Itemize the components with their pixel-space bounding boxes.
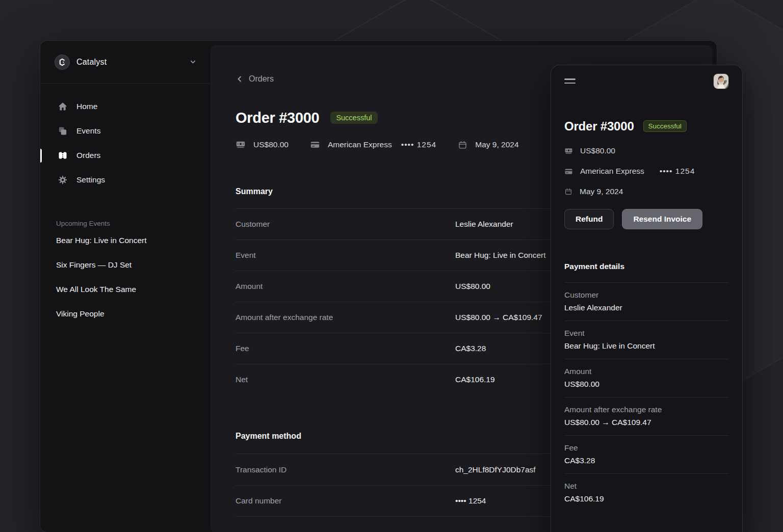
catalyst-logo-icon <box>55 55 70 70</box>
upcoming-events-section: Upcoming Events Bear Hug: Live in Concer… <box>40 220 210 326</box>
list-item: Amount after exchange rate US$80.00 → CA… <box>564 397 729 436</box>
card-last4: •••• 1254 <box>401 140 437 149</box>
detail-value: CA$106.19 <box>564 494 729 503</box>
phone-status-badge: Successful <box>643 120 687 132</box>
detail-label: Amount <box>564 367 729 376</box>
phone-card-brand: American Express <box>580 167 644 176</box>
phone-order-date: May 9, 2024 <box>564 185 729 198</box>
home-icon <box>58 101 68 112</box>
banknotes-icon <box>564 147 573 155</box>
row-label: Amount <box>236 282 263 291</box>
detail-label: Amount after exchange rate <box>564 405 729 414</box>
row-value: Leslie Alexander <box>455 220 513 229</box>
credit-card-icon <box>310 140 320 150</box>
row-label: Event <box>236 251 256 260</box>
breadcrumb-back-orders[interactable]: Orders <box>236 74 274 84</box>
card-brand: American Express <box>328 140 392 149</box>
phone-order-meta: US$80.00 American Express •••• 1254 <box>564 145 729 198</box>
sidebar-event-link[interactable]: Bear Hug: Live in Concert <box>56 228 200 253</box>
row-label: Net <box>236 375 248 384</box>
row-label: Transaction ID <box>236 465 286 474</box>
phone-date-value: May 9, 2024 <box>580 187 623 196</box>
row-label: Amount after exchange rate <box>236 313 333 322</box>
gear-icon <box>58 175 68 185</box>
list-item: Fee CA$3.28 <box>564 436 729 474</box>
user-avatar[interactable] <box>713 73 729 89</box>
list-item: Event Bear Hug: Live in Concert <box>564 321 729 359</box>
row-value: •••• 1254 <box>455 496 486 506</box>
ticket-icon <box>58 150 68 161</box>
square-stack-icon <box>58 126 68 136</box>
detail-value: CA$3.28 <box>564 456 729 465</box>
resend-invoice-button[interactable]: Resend Invoice <box>622 209 702 229</box>
row-value: US$80.00 → CA$109.47 <box>455 313 542 322</box>
chevron-left-icon <box>236 75 244 83</box>
order-amount-value: US$80.00 <box>253 140 289 149</box>
sidebar-item-label: Home <box>76 102 97 111</box>
row-label: Customer <box>236 220 270 229</box>
calendar-icon <box>564 188 572 196</box>
chevron-down-icon <box>189 58 197 66</box>
phone-order-amount: US$80.00 <box>564 145 729 157</box>
list-item: Amount US$80.00 <box>564 359 729 397</box>
sidebar: Catalyst Home Events <box>40 41 210 532</box>
row-label: Fee <box>236 344 249 353</box>
order-amount: US$80.00 <box>236 140 289 150</box>
order-date: May 9, 2024 <box>458 140 518 150</box>
refund-button[interactable]: Refund <box>564 209 614 229</box>
list-item: Net CA$106.19 <box>564 474 729 512</box>
phone-card-last4: •••• 1254 <box>660 167 695 176</box>
sidebar-event-link[interactable]: We All Look The Same <box>56 277 200 302</box>
workspace-switcher[interactable]: Catalyst <box>40 41 210 84</box>
order-date-value: May 9, 2024 <box>475 140 518 149</box>
sidebar-item-label: Settings <box>76 175 105 184</box>
order-card: American Express •••• 1254 <box>310 140 436 150</box>
detail-value: Bear Hug: Live in Concert <box>564 341 729 351</box>
row-value: US$80.00 <box>455 282 490 291</box>
row-value: CA$106.19 <box>455 375 495 384</box>
detail-value: US$80.00 <box>564 380 729 389</box>
list-item: Customer Leslie Alexander <box>564 283 729 321</box>
credit-card-icon <box>564 167 573 176</box>
upcoming-events-heading: Upcoming Events <box>56 220 200 227</box>
sidebar-nav: Home Events <box>40 84 210 190</box>
sidebar-item-label: Orders <box>76 151 100 160</box>
sidebar-item-label: Events <box>76 126 100 136</box>
detail-label: Customer <box>564 290 729 300</box>
phone-amount-value: US$80.00 <box>580 146 615 155</box>
detail-value: Leslie Alexander <box>564 303 729 312</box>
payment-details-list: Customer Leslie Alexander Event Bear Hug… <box>564 282 729 512</box>
detail-label: Net <box>564 482 729 491</box>
sidebar-event-link[interactable]: Viking People <box>56 302 200 326</box>
page-title: Order #3000 <box>236 109 319 126</box>
phone-order-card: American Express •••• 1254 <box>564 165 729 177</box>
status-badge: Successful <box>330 112 377 124</box>
phone-order-title: Order #3000 <box>564 119 634 134</box>
workspace-name: Catalyst <box>76 58 107 67</box>
breadcrumb-label: Orders <box>249 74 274 84</box>
row-value: ch_2HLf8DfYJ0Db7asf <box>455 465 536 474</box>
sidebar-item-orders[interactable]: Orders <box>50 146 202 165</box>
row-label: Card number <box>236 496 281 506</box>
payment-details-heading: Payment details <box>564 262 729 271</box>
mobile-preview-panel: Order #3000 Successful US$80.00 <box>551 65 743 532</box>
row-value: Bear Hug: Live in Concert <box>455 251 545 260</box>
banknotes-icon <box>236 140 246 150</box>
sidebar-event-link[interactable]: Six Fingers — DJ Set <box>56 253 200 277</box>
row-value: CA$3.28 <box>455 344 486 353</box>
active-nav-indicator <box>40 149 42 163</box>
hamburger-menu-icon[interactable] <box>564 76 576 84</box>
detail-label: Event <box>564 329 729 338</box>
calendar-icon <box>458 140 467 150</box>
sidebar-item-settings[interactable]: Settings <box>50 170 202 190</box>
detail-label: Fee <box>564 443 729 453</box>
sidebar-item-events[interactable]: Events <box>50 121 202 141</box>
sidebar-item-home[interactable]: Home <box>50 97 202 116</box>
detail-value: US$80.00 → CA$109.47 <box>564 418 729 427</box>
